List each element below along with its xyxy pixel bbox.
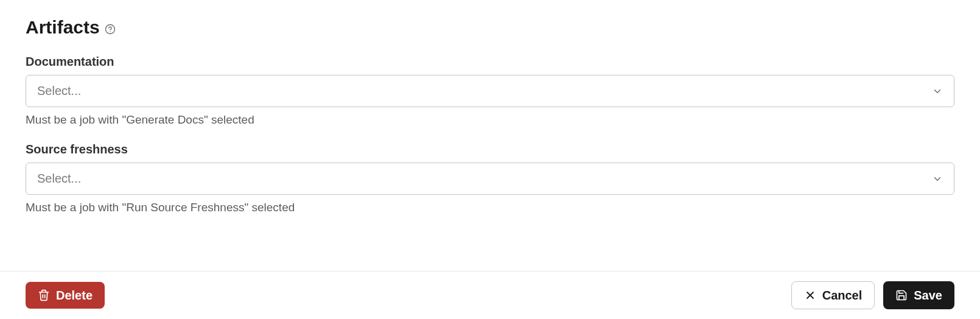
svg-point-0 [105,25,114,34]
source-freshness-group: Source freshness Select... Must be a job… [26,142,954,214]
source-freshness-select[interactable]: Select... [26,163,954,195]
chevron-down-icon [932,174,943,184]
documentation-help: Must be a job with "Generate Docs" selec… [26,113,954,127]
source-freshness-label: Source freshness [26,142,954,156]
source-freshness-help: Must be a job with "Run Source Freshness… [26,201,954,214]
save-button[interactable]: Save [883,281,954,309]
documentation-select[interactable]: Select... [26,75,954,107]
save-icon [895,289,908,301]
save-label: Save [914,289,942,301]
cancel-label: Cancel [822,289,863,301]
documentation-group: Documentation Select... Must be a job wi… [26,55,954,127]
close-icon [804,289,816,301]
documentation-placeholder: Select... [37,84,81,98]
section-title: Artifacts [26,17,100,38]
footer: Delete Cancel Save [0,271,980,319]
delete-label: Delete [56,289,93,301]
documentation-label: Documentation [26,55,954,69]
source-freshness-placeholder: Select... [37,172,81,186]
footer-right: Cancel Save [791,281,954,309]
section-header: Artifacts [26,17,954,38]
trash-icon [38,289,50,301]
help-icon[interactable] [105,24,116,35]
delete-button[interactable]: Delete [26,282,105,309]
cancel-button[interactable]: Cancel [791,281,875,309]
chevron-down-icon [932,86,943,97]
